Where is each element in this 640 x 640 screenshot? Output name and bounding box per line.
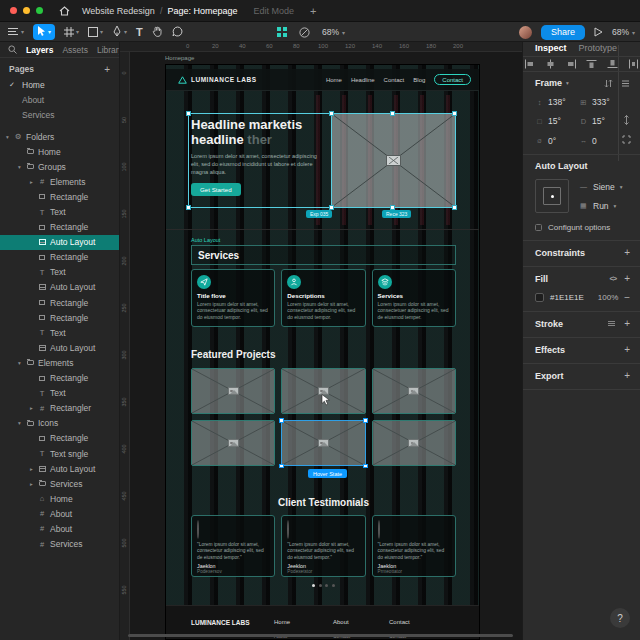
main-menu-button[interactable]: ▾ bbox=[8, 24, 24, 40]
layer-groups-folder[interactable]: ▾Groups bbox=[0, 159, 119, 174]
hand-tool-button[interactable] bbox=[152, 24, 163, 40]
layer-rectangle[interactable]: Rectangle bbox=[0, 250, 119, 265]
selection-handle[interactable] bbox=[186, 205, 191, 210]
add-constraint-button[interactable]: + bbox=[624, 247, 630, 258]
layer-rectangle[interactable]: Rectangle bbox=[0, 310, 119, 325]
layer-auto-layout[interactable]: Auto Layout bbox=[0, 340, 119, 355]
page-item-home[interactable]: ✓ Home bbox=[0, 77, 119, 92]
frame-tool-button[interactable]: ▾ bbox=[64, 24, 79, 40]
tab-page-homepage[interactable]: Page: Homepage bbox=[167, 6, 237, 16]
new-tab-button[interactable]: + bbox=[310, 5, 316, 17]
layer-services[interactable]: #Services bbox=[0, 537, 119, 552]
color-swatch[interactable] bbox=[535, 293, 544, 302]
layer-about[interactable]: #About bbox=[0, 506, 119, 521]
frame-x-field[interactable]: ↕138° bbox=[535, 97, 579, 107]
resize-v-icon[interactable] bbox=[621, 115, 631, 127]
homepage-frame[interactable]: LUMINANCE LABS Home Headline Contact Blo… bbox=[165, 64, 480, 640]
page-item-services[interactable]: Services bbox=[0, 107, 119, 122]
frame-radius-field[interactable]: ↔0 bbox=[579, 136, 621, 146]
frame-width-field[interactable]: □15° bbox=[535, 116, 579, 126]
frame-y-field[interactable]: ⊞333° bbox=[579, 97, 621, 107]
layer-rectangler[interactable]: ▸#Rectangler bbox=[0, 401, 119, 416]
get-started-button[interactable]: Get Started bbox=[191, 183, 241, 196]
layer-home[interactable]: ⌂Home bbox=[0, 491, 119, 506]
no-style-icon[interactable] bbox=[299, 27, 310, 38]
layer-rectangle[interactable]: Rectangle bbox=[0, 371, 119, 386]
service-card[interactable]: Title flove Lorem ipsum delor sit amet, … bbox=[191, 269, 275, 327]
align-top-icon[interactable] bbox=[586, 59, 597, 69]
horizontal-scrollbar[interactable] bbox=[128, 634, 513, 638]
fill-hex-value[interactable]: #1E1E1E bbox=[550, 293, 584, 302]
footer-link-about[interactable]: About bbox=[333, 619, 349, 625]
layer-rectangle[interactable]: Rectangle bbox=[0, 431, 119, 446]
selection-handle[interactable] bbox=[329, 205, 334, 210]
selection-handle[interactable] bbox=[390, 205, 395, 210]
layer-text[interactable]: TText bbox=[0, 325, 119, 340]
wrap-dropdown[interactable]: ▦Run▾ bbox=[580, 201, 623, 211]
expand-corners-icon[interactable] bbox=[621, 135, 631, 146]
nav-contact[interactable]: Contact bbox=[384, 77, 405, 83]
comment-tool-button[interactable] bbox=[172, 24, 183, 40]
selection-handle[interactable] bbox=[279, 418, 284, 423]
selection-handle[interactable] bbox=[363, 418, 368, 423]
layer-services-folder[interactable]: ▸Services bbox=[0, 476, 119, 491]
align-bottom-icon[interactable] bbox=[607, 59, 618, 69]
project-tile[interactable] bbox=[191, 368, 275, 414]
footer-link-home[interactable]: Home bbox=[274, 619, 290, 625]
hero-image-placeholder[interactable] bbox=[331, 113, 456, 208]
shape-tool-button[interactable]: ▾ bbox=[88, 24, 103, 40]
layer-icons-folder[interactable]: ▾Icons bbox=[0, 416, 119, 431]
testimonial-card[interactable]: "Lorem ipsum dolor sit amet, consectetur… bbox=[191, 515, 275, 577]
carousel-dot-active[interactable] bbox=[312, 584, 315, 587]
help-button[interactable]: ? bbox=[610, 608, 630, 628]
layer-auto-layout[interactable]: Auto Layout bbox=[0, 280, 119, 295]
service-card[interactable]: Services Lorem ipsum dolor sit amet, con… bbox=[372, 269, 456, 327]
frame-name-label[interactable]: Homepage bbox=[165, 55, 194, 61]
project-tile[interactable] bbox=[372, 368, 456, 414]
layer-elements-folder[interactable]: ▾Elements bbox=[0, 355, 119, 370]
footer-link-contact[interactable]: Contact bbox=[389, 619, 410, 625]
add-fill-button[interactable]: + bbox=[624, 273, 630, 284]
move-tool-button[interactable]: ▾ bbox=[33, 24, 55, 40]
stroke-styles-icon[interactable] bbox=[607, 320, 616, 327]
project-tile[interactable] bbox=[372, 420, 456, 466]
testimonial-card[interactable]: "Lorem ipsum dolor sit amet, consectetur… bbox=[372, 515, 456, 577]
layer-folders-root[interactable]: ▾⚙Folders bbox=[0, 129, 119, 144]
close-window-button[interactable] bbox=[10, 7, 17, 14]
tab-edit-mode[interactable]: Edit Mode bbox=[253, 6, 294, 16]
project-tile[interactable] bbox=[191, 420, 275, 466]
carousel-dot[interactable] bbox=[325, 584, 328, 587]
selection-handle[interactable] bbox=[363, 464, 368, 469]
mock-site-header[interactable]: LUMINANCE LABS Home Headline Contact Blo… bbox=[166, 69, 480, 91]
view-zoom-dropdown[interactable]: 68% ▾ bbox=[612, 27, 635, 37]
frame-rotation-field[interactable]: ⌀0° bbox=[535, 136, 579, 146]
services-heading-box[interactable]: Services bbox=[191, 245, 456, 265]
frame-dropdown[interactable]: Frame bbox=[535, 78, 562, 88]
text-tool-button[interactable]: T bbox=[136, 24, 143, 40]
layer-elements-group[interactable]: ▸#Elements bbox=[0, 174, 119, 189]
selection-handle[interactable] bbox=[390, 111, 395, 116]
configure-options-checkbox[interactable]: Configunt options bbox=[535, 223, 630, 232]
pen-tool-button[interactable]: ▾ bbox=[112, 24, 127, 40]
layer-home-folder[interactable]: Home bbox=[0, 144, 119, 159]
swap-orientation-icon[interactable] bbox=[604, 79, 613, 88]
layer-rectangle[interactable]: Rectangle bbox=[0, 220, 119, 235]
canvas-zoom-dropdown[interactable]: 68% ▾ bbox=[322, 27, 345, 37]
hero-text-block[interactable]: Headline marketis headline ther Lorem ip… bbox=[191, 117, 326, 196]
layer-text[interactable]: TText bbox=[0, 265, 119, 280]
add-stroke-button[interactable]: + bbox=[624, 318, 630, 329]
library-dropdown[interactable]: Library ▾ bbox=[97, 45, 120, 55]
remove-fill-button[interactable]: − bbox=[624, 292, 630, 303]
project-tile-selected[interactable] bbox=[281, 420, 365, 466]
layer-rectangle[interactable]: Rectangle bbox=[0, 295, 119, 310]
layer-text[interactable]: TText bbox=[0, 386, 119, 401]
layer-auto-layout-selected[interactable]: Auto Layout bbox=[0, 235, 119, 250]
minimize-window-button[interactable] bbox=[23, 7, 30, 14]
present-play-button[interactable] bbox=[594, 27, 603, 37]
share-button[interactable]: Share bbox=[541, 25, 585, 40]
tab-layers[interactable]: Layers bbox=[26, 45, 53, 55]
layer-about[interactable]: #About bbox=[0, 521, 119, 536]
add-effect-button[interactable]: + bbox=[624, 344, 630, 355]
fill-color-row[interactable]: #1E1E1E 100% − bbox=[535, 292, 630, 303]
layer-auto-layout[interactable]: ▸Auto Layout bbox=[0, 461, 119, 476]
